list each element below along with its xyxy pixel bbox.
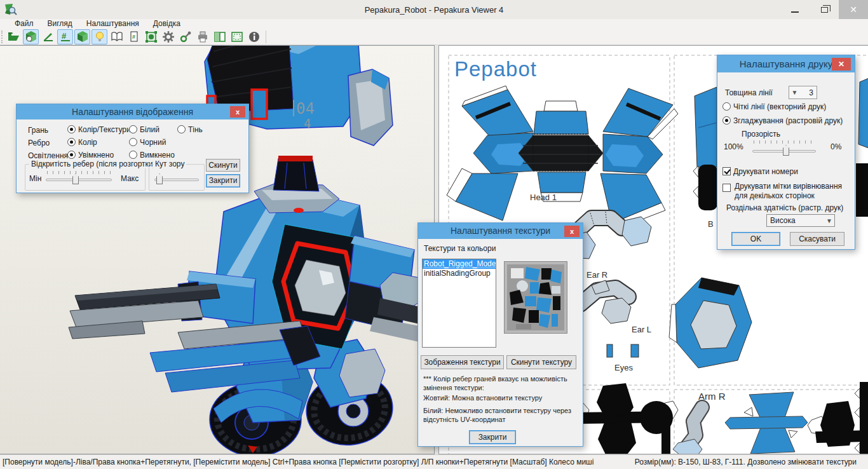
print-icon[interactable] (194, 29, 210, 44)
radio-edge-black[interactable]: Чорний (129, 138, 166, 147)
label-body-partial: B (708, 219, 714, 229)
chevron-down-icon[interactable]: ▼ (789, 89, 800, 96)
display-settings-dialog: Налаштування відображення x Грань Колір/… (16, 104, 249, 193)
radio-vector-print[interactable]: Чіткі лінії (векторний друк) (722, 102, 826, 111)
texture-listbox[interactable]: Robot_Rigged_Model:lam initialShadingGro… (422, 259, 496, 348)
close-button[interactable]: ✕ (839, 0, 868, 19)
texture-close-button[interactable]: Закрити (469, 430, 516, 444)
menu-file[interactable]: Файл (8, 19, 41, 29)
toolbar-separator (266, 31, 266, 43)
restore-button[interactable] (810, 0, 839, 19)
reset-button[interactable]: Скинути (206, 159, 240, 172)
radio-icon (129, 125, 137, 133)
opacity-0-label: 0% (831, 142, 841, 151)
texture-image-button[interactable]: Зображення текстури (421, 355, 504, 369)
line-thickness-label: Товщина лінії (725, 88, 773, 97)
radio-face-shadow[interactable]: Тінь (177, 125, 203, 134)
texture-list-item[interactable]: initialShadingGroup (423, 269, 496, 278)
radio-icon (722, 116, 731, 125)
edge-row-label: Ребро (28, 139, 50, 147)
slider-thumb[interactable] (156, 173, 163, 184)
resolution-label: Роздільна здатність (растр. друк) (726, 203, 843, 212)
line-thickness-spinner[interactable]: ▼ 3 (789, 86, 817, 99)
texture-note-yellow: Жовтий: Можна встановити текстуру (423, 393, 578, 402)
texture-dialog-close-icon[interactable]: x (564, 226, 580, 237)
edge-openness-slider[interactable] (46, 170, 112, 187)
checkbox-alignment-marks[interactable]: Друкувати мітки вирівнювання для декільк… (722, 182, 843, 201)
about-info-icon[interactable] (246, 29, 262, 44)
slider-thumb[interactable] (783, 145, 789, 156)
texture-note: *** Колір ребер граней вказує на можливі… (423, 374, 574, 392)
radio-raster-print[interactable]: Згладжування (растровій друк) (722, 116, 843, 125)
single-pane-layout-icon[interactable] (229, 29, 245, 44)
texture-reset-button[interactable]: Скинути текстуру (506, 355, 576, 369)
display-dialog-titlebar[interactable]: Налаштування відображення (17, 104, 248, 119)
cancel-button[interactable]: Скасувати (790, 232, 844, 246)
radio-icon (129, 138, 137, 146)
status-hints: [Повернути модель]-Ліва/Права кнопка+Пер… (3, 458, 593, 466)
opacity-label: Прозорість (742, 130, 780, 139)
window-title: Pepakura_Robot - Pepakura Viewer 4 (0, 5, 868, 15)
svg-text:#: # (62, 31, 67, 41)
radio-edge-color[interactable]: Колір (67, 138, 97, 147)
edge-numbers-icon[interactable]: # (57, 29, 73, 44)
view-angle-slider[interactable] (154, 170, 199, 187)
unfold-book-icon[interactable] (109, 29, 125, 44)
texture-preview-image (507, 264, 564, 330)
radio-icon (67, 151, 76, 159)
head-marking: 04 (296, 100, 315, 118)
resolution-combobox[interactable]: Висока ▼ (766, 214, 835, 227)
label-arm-r: Arm R (698, 391, 726, 402)
svg-text:#: # (132, 34, 135, 40)
solid-view-icon[interactable] (74, 29, 90, 44)
document-title: Pepabot (454, 57, 537, 81)
chevron-down-icon: ▼ (824, 217, 834, 224)
view-angle-group: Кут зору (149, 164, 205, 191)
page-numbers-icon[interactable]: # (126, 29, 142, 44)
minimize-button[interactable] (780, 0, 810, 19)
checkbox-icon (722, 167, 731, 175)
menu-view[interactable]: Вигляд (41, 19, 79, 29)
joint-link-icon[interactable] (177, 29, 193, 44)
textures-section-label: Текстури та кольори (424, 244, 496, 253)
radio-lighting-on[interactable]: Увімкнено (67, 151, 114, 160)
min-label: Мін (29, 174, 41, 183)
slider-thumb[interactable] (72, 173, 79, 184)
texture-settings-icon[interactable] (143, 29, 159, 44)
radio-lighting-off[interactable]: Вимкнено (129, 151, 175, 160)
max-label: Макс (121, 174, 139, 183)
settings-gear-icon[interactable] (160, 29, 176, 44)
radio-face-color-texture[interactable]: Колір/Текстури (67, 125, 131, 134)
status-bar: [Повернути модель]-Ліва/Права кнопка+Пер… (0, 454, 868, 469)
texture-dialog-titlebar[interactable]: Налаштування текстури (418, 223, 583, 239)
open-file-icon[interactable] (6, 29, 22, 44)
menu-bar: Файл Вигляд Налаштування Довідка (0, 19, 868, 29)
checkbox-print-numbers[interactable]: Друкувати номери (722, 167, 798, 176)
title-bar[interactable]: Pepakura_Robot - Pepakura Viewer 4 ✕ (0, 0, 868, 19)
print-settings-dialog: Налаштування друку ✕ Товщина лінії ▼ 3 Ч… (717, 55, 855, 250)
lighting-row-label: Освітлення (28, 151, 68, 160)
print-dialog-close-icon[interactable]: ✕ (832, 58, 851, 71)
checkbox-icon (722, 184, 731, 192)
opacity-100-label: 100% (724, 142, 743, 151)
label-ear-l: Ear L (632, 325, 651, 334)
opacity-slider[interactable] (752, 138, 816, 157)
label-ear-r: Ear R (587, 270, 607, 280)
menu-settings[interactable]: Налаштування (79, 19, 146, 29)
label-head-1: Head 1 (530, 193, 557, 202)
radio-face-white[interactable]: Білий (129, 125, 159, 134)
menu-help[interactable]: Довідка (146, 19, 187, 29)
textured-view-icon[interactable] (23, 29, 39, 44)
texture-list-item-selected[interactable]: Robot_Rigged_Model:lam (423, 259, 496, 269)
edge-style-icon[interactable] (40, 29, 56, 44)
texture-settings-dialog: Налаштування текстури x Текстури та коль… (417, 222, 583, 447)
radio-icon (722, 102, 731, 111)
display-close-button[interactable]: Закрити (206, 174, 240, 187)
ok-button[interactable]: OK (731, 232, 780, 246)
toolbar-grip[interactable] (1, 31, 3, 43)
lighting-icon[interactable] (92, 29, 107, 44)
radio-icon (67, 138, 76, 146)
display-dialog-close-icon[interactable]: x (230, 106, 245, 118)
label-eyes: Eyes (614, 363, 633, 372)
two-pane-layout-icon[interactable] (212, 29, 227, 44)
